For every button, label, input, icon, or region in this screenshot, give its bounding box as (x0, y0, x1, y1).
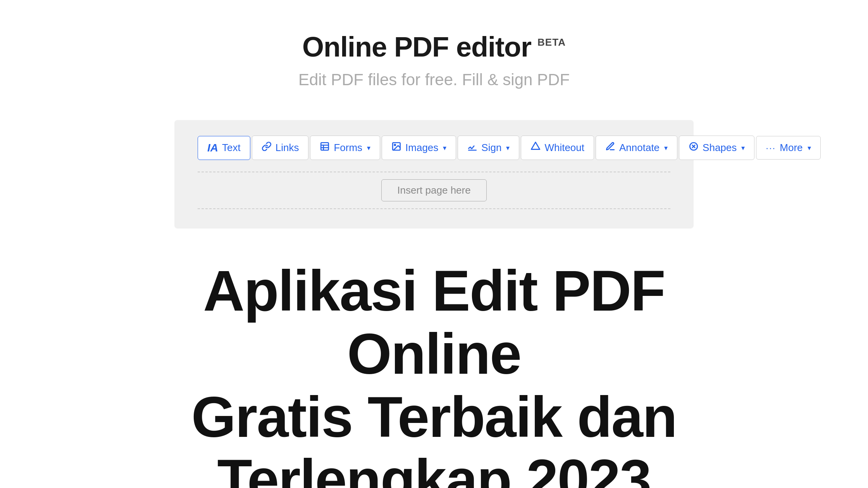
text-icon: IA (207, 142, 218, 154)
svg-point-5 (394, 144, 396, 146)
shapes-icon (689, 141, 699, 154)
toolbar-btn-text[interactable]: IA Text (198, 136, 250, 160)
beta-badge: BETA (537, 36, 566, 48)
forms-btn-label: Forms (334, 142, 362, 154)
text-btn-label: Text (222, 142, 241, 154)
heading-line1: Aplikasi Edit PDF Online (203, 259, 665, 386)
whiteout-icon (530, 141, 541, 154)
app-title-line: Online PDF editor BETA (298, 31, 570, 63)
main-heading-text: Aplikasi Edit PDF Online Gratis Terbaik … (147, 259, 721, 488)
insert-page-button[interactable]: Insert page here (381, 179, 486, 201)
images-chevron-icon: ▾ (443, 144, 446, 152)
shapes-chevron-icon: ▾ (741, 144, 745, 152)
heading-line3: Terlengkap 2023 (217, 448, 651, 488)
toolbar-btn-forms[interactable]: Forms ▾ (310, 136, 380, 160)
main-heading: Aplikasi Edit PDF Online Gratis Terbaik … (124, 259, 744, 488)
images-icon (391, 141, 401, 154)
more-btn-label: More (780, 142, 803, 154)
toolbar-container: IA Text Links (174, 120, 694, 229)
more-chevron-icon: ▾ (808, 144, 811, 152)
toolbar-btn-annotate[interactable]: Annotate ▾ (596, 136, 677, 160)
shapes-btn-label: Shapes (703, 142, 737, 154)
insert-page-area: Insert page here (198, 172, 670, 209)
app-subtitle: Edit PDF files for free. Fill & sign PDF (298, 70, 570, 89)
svg-marker-7 (532, 142, 540, 149)
whiteout-btn-label: Whiteout (544, 142, 584, 154)
svg-rect-0 (321, 143, 329, 150)
sign-chevron-icon: ▾ (506, 144, 510, 152)
page-wrapper: Online PDF editor BETA Edit PDF files fo… (0, 0, 868, 488)
annotate-btn-label: Annotate (619, 142, 660, 154)
images-btn-label: Images (405, 142, 438, 154)
toolbar: IA Text Links (198, 136, 670, 160)
links-icon (262, 141, 272, 154)
forms-chevron-icon: ▾ (367, 144, 370, 152)
annotate-icon (605, 141, 615, 154)
toolbar-btn-shapes[interactable]: Shapes ▾ (679, 136, 754, 160)
toolbar-btn-whiteout[interactable]: Whiteout (521, 136, 594, 160)
toolbar-btn-sign[interactable]: Sign ▾ (458, 136, 519, 160)
toolbar-btn-more[interactable]: ··· More ▾ (756, 136, 820, 160)
header-section: Online PDF editor BETA Edit PDF files fo… (298, 31, 570, 89)
forms-icon (320, 141, 330, 154)
annotate-chevron-icon: ▾ (664, 144, 668, 152)
app-title: Online PDF editor (302, 31, 531, 63)
sign-btn-label: Sign (481, 142, 501, 154)
toolbar-btn-links[interactable]: Links (252, 136, 309, 160)
toolbar-btn-images[interactable]: Images ▾ (382, 136, 456, 160)
sign-icon (467, 141, 477, 154)
links-btn-label: Links (276, 142, 299, 154)
heading-line2: Gratis Terbaik dan (191, 385, 677, 449)
more-icon: ··· (766, 143, 776, 153)
